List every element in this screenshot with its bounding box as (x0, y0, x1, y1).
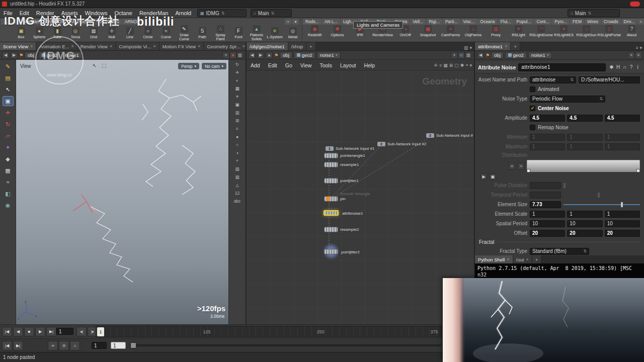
color-palette-icon[interactable]: ✱ (460, 63, 464, 68)
high-quality-icon[interactable]: ▣ (232, 101, 243, 108)
shelf-tool[interactable]: ▦ Grid (85, 27, 103, 39)
template-display-icon[interactable]: ▤ (232, 165, 243, 172)
amplitude-y-field[interactable]: 4.5 (567, 115, 602, 122)
node-pin[interactable] (325, 197, 338, 201)
spinner-icon[interactable]: ⇅ (588, 11, 592, 16)
text-display-icon[interactable]: abc (232, 197, 243, 205)
menu-item[interactable]: View (296, 62, 316, 68)
shelf-tab[interactable]: Wires (585, 19, 601, 25)
shelf-tab[interactable]: Driv... (621, 19, 637, 25)
shelf-tab[interactable]: Pyro... (552, 19, 570, 25)
shelf-tab[interactable]: Visc... (461, 19, 477, 25)
breadcrumb-obj[interactable]: obj (491, 52, 504, 59)
pane-tab[interactable]: Geometry Spr... × (204, 42, 249, 50)
grid-snap-icon[interactable]: ▦ (443, 63, 448, 68)
backface-icon[interactable]: ◑ (232, 149, 243, 156)
shelf-tab[interactable]: Cont... (534, 19, 551, 25)
shelf-tab[interactable]: FEM (570, 19, 584, 25)
translate-tool-icon[interactable]: ✛ (3, 108, 14, 118)
shelf-tool[interactable]: ◉ Redshift (303, 25, 326, 37)
shelf-tab[interactable]: Popul... (514, 19, 534, 25)
maximum-z-field[interactable]: 1 (605, 143, 640, 150)
pin-icon[interactable]: ⌖ (222, 52, 229, 59)
pane-menu-icon[interactable]: ▾ (469, 45, 472, 50)
shelf-tool[interactable]: ≈ Curve (157, 27, 175, 39)
temporal-period-slider[interactable] (564, 192, 640, 199)
spatial-period-x-field[interactable]: 10 (530, 220, 565, 227)
pane-tab[interactable]: Scene View × (0, 42, 36, 50)
subnet-input-badge[interactable]: 1 (326, 146, 334, 151)
pin-icon[interactable]: ⌖ (628, 52, 635, 59)
spinner-icon[interactable]: ⇅ (271, 11, 275, 16)
shelf-tool[interactable]: ▲ Platonic Solids (248, 25, 266, 41)
panel-icon[interactable]: ▥ (236, 52, 244, 59)
subnet-input-badge[interactable]: 2 (377, 142, 385, 146)
marker-icon[interactable]: ▤ (3, 73, 14, 83)
back-button[interactable]: ◀ (2, 52, 9, 59)
shelf-tool[interactable]: ▯ RSLightPortal (598, 25, 620, 37)
pulse-duration-slider[interactable] (564, 182, 640, 189)
subnet-input-badge[interactable]: 3 (426, 133, 434, 138)
shelf-tab[interactable]: Rigi... (426, 19, 442, 25)
close-icon[interactable]: × (198, 44, 200, 49)
material-display-icon[interactable]: ▥ (232, 109, 243, 116)
close-icon[interactable]: × (505, 44, 507, 49)
animated-checkbox[interactable] (530, 86, 535, 92)
vertices-display-icon[interactable]: ○ (232, 141, 243, 148)
new-tab-button[interactable]: + (532, 255, 542, 263)
shelf-tool[interactable]: ◍ Metal (284, 27, 302, 39)
display-menu-icon[interactable]: ≡ (232, 125, 243, 132)
element-size-slider[interactable] (564, 201, 640, 208)
close-icon[interactable]: × (526, 257, 528, 262)
shelf-tool[interactable]: ◠ RSLightDome (530, 25, 552, 37)
keyframe-icon[interactable]: ◆ (3, 154, 14, 164)
close-icon[interactable]: × (110, 44, 112, 49)
slider-handle[interactable] (564, 183, 566, 188)
tile-layout-icon[interactable]: ⊞ (449, 63, 453, 68)
slider-handle[interactable] (621, 202, 623, 207)
stop-render-icon[interactable]: ■ (229, 52, 236, 59)
scale-tool-icon[interactable]: ▱ (3, 131, 14, 141)
ramp-delete-button[interactable]: × (509, 163, 515, 169)
jump-to-end-button[interactable]: ▶| (46, 327, 56, 336)
shelf-tab[interactable]: Crowds (601, 19, 621, 25)
shelf-tool[interactable]: ? About (620, 25, 643, 37)
frame-all-icon[interactable]: ▢ (454, 63, 459, 68)
node-pointjitter2[interactable] (325, 249, 338, 254)
ramp-expand-button[interactable]: ▶ (480, 173, 487, 180)
shelf-tool[interactable]: ✶ RSLightIES (552, 25, 575, 37)
origin-gnomon-icon[interactable]: ⌖ (232, 157, 243, 164)
shelf-tool[interactable]: ☼ RSLightSun (575, 25, 598, 37)
tumble-view-icon[interactable]: ↻ (232, 60, 243, 68)
range-end-button[interactable]: ▶| (13, 341, 23, 350)
shelf-tool[interactable]: ▣ Snapshot (417, 25, 439, 37)
pane-tab[interactable]: /obj/geo2/noise1 (247, 42, 288, 50)
tab-python-shell[interactable]: Python Shell × (475, 255, 513, 263)
amplitude-z-field[interactable]: 4.5 (605, 115, 640, 122)
new-tab-button[interactable]: + (511, 42, 520, 50)
maximum-x-field[interactable]: 1 (530, 143, 565, 150)
pan-view-icon[interactable]: ✛ (232, 68, 243, 76)
node-pointjitter1[interactable] (325, 178, 338, 183)
hda-icon[interactable]: H (615, 64, 621, 70)
node-resample1[interactable] (325, 162, 338, 167)
ramp-copy-button[interactable]: ▣ (490, 173, 496, 180)
curve-tool-icon[interactable]: ≈ (3, 177, 14, 187)
shelf-tool[interactable]: ☀ RSLight (507, 25, 530, 37)
menu-icon[interactable]: ≡ (635, 52, 642, 59)
spatial-period-z-field[interactable]: 10 (605, 220, 640, 227)
breadcrumb-obj[interactable]: obj (280, 52, 292, 59)
shelf-tool[interactable]: F Font (229, 27, 248, 39)
back-button[interactable]: ◀ (477, 52, 484, 59)
tree-list-icon[interactable]: ≡ (439, 63, 442, 68)
pane-split-icon[interactable]: ▥ (464, 45, 468, 50)
pane-tab[interactable]: Render View × (77, 42, 116, 50)
shelf-tool[interactable]: ⌖ CamParms (439, 25, 462, 37)
amplitude-x-field[interactable]: 4.5 (530, 115, 565, 122)
snap-grid-icon[interactable]: ▦ (3, 165, 14, 175)
pulse-duration-field[interactable] (530, 182, 561, 189)
close-icon[interactable]: × (153, 44, 155, 49)
timeline-ruler[interactable]: 1 125 250 375 (96, 326, 442, 337)
shelf-tool[interactable]: ▣ Box (12, 27, 30, 39)
magnet-icon[interactable]: ∩ (621, 64, 628, 70)
